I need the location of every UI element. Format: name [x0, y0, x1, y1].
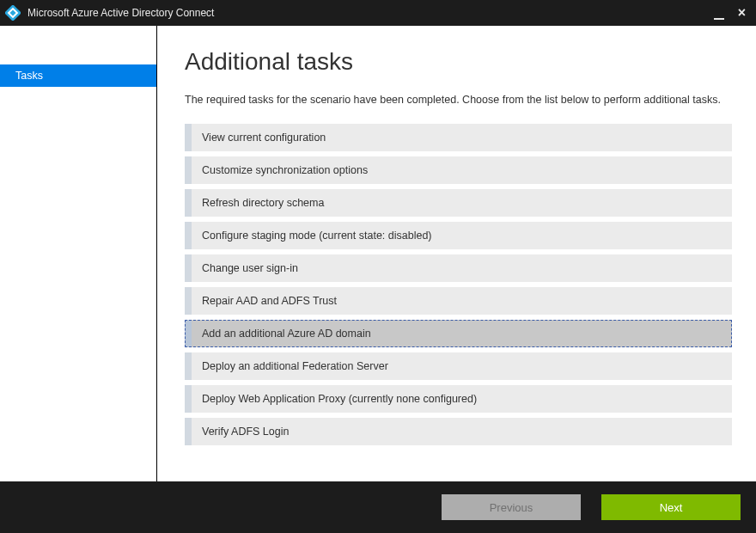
task-accent — [185, 287, 192, 315]
task-label: Deploy an additional Federation Server — [202, 360, 388, 372]
task-accent — [185, 254, 192, 282]
task-item-refresh-schema[interactable]: Refresh directory schema — [185, 189, 732, 217]
task-item-deploy-wap[interactable]: Deploy Web Application Proxy (currently … — [185, 385, 732, 413]
task-item-change-signin[interactable]: Change user sign-in — [185, 254, 732, 282]
task-accent — [185, 189, 192, 217]
task-label: Customize synchronization options — [202, 164, 368, 176]
minimize-icon[interactable] — [714, 5, 724, 21]
task-accent — [185, 124, 192, 151]
task-accent — [185, 385, 192, 413]
task-label: Configure staging mode (current state: d… — [202, 230, 432, 242]
task-item-staging-mode[interactable]: Configure staging mode (current state: d… — [185, 222, 732, 249]
task-item-deploy-federation[interactable]: Deploy an additional Federation Server — [185, 352, 732, 380]
task-label: Verify ADFS Login — [202, 426, 289, 438]
task-item-view-config[interactable]: View current configuration — [185, 124, 732, 151]
previous-button: Previous — [442, 494, 581, 520]
main-content: Additional tasks The required tasks for … — [157, 26, 756, 481]
task-label: Change user sign-in — [202, 262, 298, 274]
titlebar: Microsoft Azure Active Directory Connect… — [0, 0, 756, 26]
page-heading: Additional tasks — [185, 48, 732, 76]
sidebar-item-tasks[interactable]: Tasks — [0, 64, 156, 87]
footer: Previous Next — [0, 481, 756, 533]
task-accent — [185, 222, 192, 249]
task-accent — [185, 156, 192, 184]
sidebar-item-label: Tasks — [15, 70, 43, 82]
page-description: The required tasks for the scenario have… — [185, 93, 732, 108]
task-item-customize-sync[interactable]: Customize synchronization options — [185, 156, 732, 184]
task-item-repair-trust[interactable]: Repair AAD and ADFS Trust — [185, 287, 732, 315]
task-accent — [185, 352, 192, 380]
sidebar: Tasks — [0, 26, 157, 481]
task-label: Repair AAD and ADFS Trust — [202, 295, 337, 307]
app-icon — [5, 5, 21, 21]
window-title: Microsoft Azure Active Directory Connect — [27, 7, 714, 19]
task-item-verify-adfs[interactable]: Verify ADFS Login — [185, 418, 732, 445]
task-label: Refresh directory schema — [202, 197, 324, 209]
close-icon[interactable]: × — [738, 6, 746, 20]
task-label: Add an additional Azure AD domain — [202, 328, 371, 340]
task-list: View current configuration Customize syn… — [185, 124, 732, 445]
task-label: Deploy Web Application Proxy (currently … — [202, 393, 477, 405]
next-button[interactable]: Next — [601, 494, 741, 520]
task-accent — [185, 418, 192, 445]
task-item-add-domain[interactable]: Add an additional Azure AD domain — [185, 320, 732, 347]
task-accent — [185, 320, 192, 347]
task-label: View current configuration — [202, 132, 326, 144]
window-controls: × — [714, 5, 751, 21]
